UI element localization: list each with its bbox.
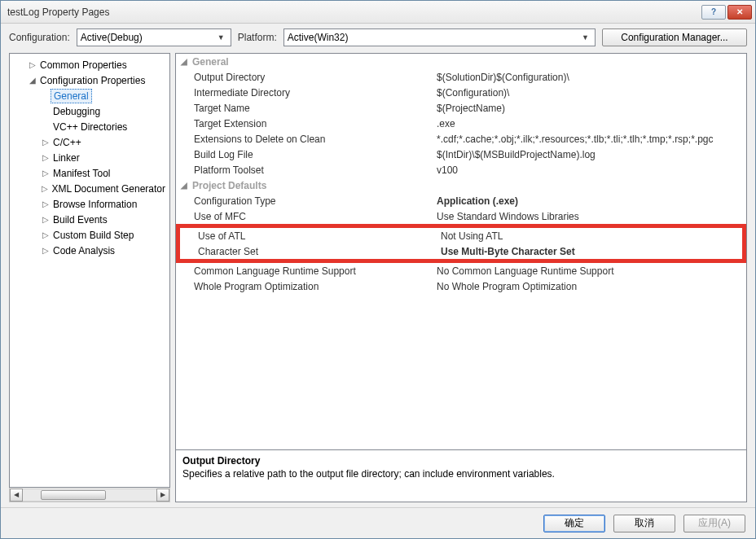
expand-icon: ▷ — [41, 184, 49, 193]
platform-combo[interactable]: Active(Win32) ▼ — [284, 28, 596, 46]
platform-label: Platform: — [238, 32, 277, 43]
expand-icon: ▷ — [41, 246, 51, 255]
tree-item-label: Debugging — [51, 105, 103, 118]
tree-item[interactable]: ▷Linker — [11, 150, 168, 165]
property-name: Use of ATL — [180, 230, 441, 242]
right-panel: ◢GeneralOutput Directory$(SolutionDir)$(… — [175, 53, 747, 502]
property-value[interactable]: v100 — [437, 164, 746, 176]
property-name: Configuration Type — [176, 195, 437, 207]
collapse-icon: ◢ — [181, 57, 191, 66]
property-row[interactable]: Target Extension.exe — [176, 116, 746, 131]
expand-icon: ◢ — [28, 76, 37, 85]
tree-item-label: Linker — [51, 151, 82, 164]
category-tree[interactable]: ▷Common Properties◢Configuration Propert… — [9, 53, 170, 488]
expand-icon: ▷ — [41, 230, 51, 239]
property-value[interactable]: Use Multi-Byte Character Set — [441, 246, 742, 257]
collapse-icon: ◢ — [181, 181, 191, 190]
chevron-down-icon: ▼ — [579, 33, 591, 42]
tree-item-label: Common Properties — [37, 59, 130, 72]
property-name: Common Language Runtime Support — [176, 265, 437, 277]
expand-icon: ▷ — [41, 169, 51, 177]
scroll-thumb[interactable] — [41, 490, 106, 500]
property-value[interactable]: Use Standard Windows Libraries — [437, 211, 746, 222]
tree-item[interactable]: ▷Common Properties — [11, 57, 168, 72]
property-value[interactable]: .exe — [437, 118, 746, 129]
description-heading: Output Directory — [182, 455, 740, 467]
window-title: testLog Property Pages — [7, 7, 700, 18]
configuration-label: Configuration: — [9, 32, 70, 43]
scroll-right-icon[interactable]: ▶ — [156, 489, 169, 502]
tree-item[interactable]: ▷Code Analysis — [11, 243, 168, 258]
property-row[interactable]: Whole Program OptimizationNo Whole Progr… — [176, 278, 746, 294]
property-row[interactable]: Use of ATLNot Using ATL — [180, 228, 742, 243]
tree-hscrollbar[interactable]: ◀ ▶ — [9, 488, 170, 502]
tree-item-label: General — [51, 89, 92, 103]
tree-item[interactable]: Debugging — [11, 103, 168, 119]
configuration-combo[interactable]: Active(Debug) ▼ — [77, 28, 231, 46]
property-row[interactable]: Intermediate Directory$(Configuration)\ — [176, 85, 746, 100]
config-bar: Configuration: Active(Debug) ▼ Platform:… — [1, 24, 755, 51]
property-row[interactable]: Extensions to Delete on Clean*.cdf;*.cac… — [176, 131, 746, 147]
property-value[interactable]: *.cdf;*.cache;*.obj;*.ilk;*.resources;*.… — [437, 134, 746, 145]
titlebar: testLog Property Pages ? ✕ — [1, 1, 755, 24]
property-row[interactable]: Character SetUse Multi-Byte Character Se… — [180, 243, 742, 259]
help-button[interactable]: ? — [701, 5, 726, 20]
cancel-button[interactable]: 取消 — [613, 515, 675, 532]
property-value[interactable]: $(IntDir)\$(MSBuildProjectName).log — [437, 149, 746, 160]
description-body: Specifies a relative path to the output … — [182, 468, 740, 480]
property-row[interactable]: Build Log File$(IntDir)\$(MSBuildProject… — [176, 147, 746, 162]
tree-item-label: Manifest Tool — [51, 167, 112, 180]
category-header[interactable]: ◢General — [176, 54, 746, 69]
property-value[interactable]: No Whole Program Optimization — [437, 281, 746, 292]
tree-item[interactable]: ▷Manifest Tool — [11, 165, 168, 181]
scroll-track[interactable] — [23, 489, 156, 502]
property-name: Intermediate Directory — [176, 87, 437, 99]
expand-icon: ▷ — [41, 138, 51, 147]
tree-item[interactable]: General — [11, 88, 168, 103]
expand-icon: ▷ — [41, 199, 51, 208]
scroll-left-icon[interactable]: ◀ — [10, 489, 23, 502]
close-button[interactable]: ✕ — [727, 5, 752, 20]
tree-item[interactable]: ◢Configuration Properties — [11, 72, 168, 88]
tree-item[interactable]: VC++ Directories — [11, 119, 168, 134]
platform-value: Active(Win32) — [288, 32, 349, 43]
apply-button: 应用(A) — [683, 515, 745, 532]
property-value[interactable]: $(SolutionDir)$(Configuration)\ — [437, 72, 746, 83]
tree-item-label: Custom Build Step — [51, 229, 136, 242]
tree-item[interactable]: ▷Build Events — [11, 212, 168, 227]
property-name: Target Extension — [176, 118, 437, 129]
property-value[interactable]: Application (.exe) — [437, 195, 746, 207]
tree-item[interactable]: ▷Custom Build Step — [11, 227, 168, 243]
configuration-manager-button[interactable]: Configuration Manager... — [602, 28, 747, 46]
tree-item[interactable]: ▷C/C++ — [11, 134, 168, 150]
category-header[interactable]: ◢Project Defaults — [176, 177, 746, 193]
property-row[interactable]: Configuration TypeApplication (.exe) — [176, 193, 746, 208]
property-grid[interactable]: ◢GeneralOutput Directory$(SolutionDir)$(… — [175, 53, 747, 450]
property-row[interactable]: Target Name$(ProjectName) — [176, 100, 746, 116]
property-value[interactable]: $(ProjectName) — [437, 103, 746, 114]
ok-button[interactable]: 确定 — [543, 515, 605, 532]
property-value[interactable]: $(Configuration)\ — [437, 87, 746, 99]
property-name: Target Name — [176, 103, 437, 114]
property-value[interactable]: Not Using ATL — [441, 230, 742, 242]
property-value[interactable]: No Common Language Runtime Support — [437, 265, 746, 277]
chevron-down-icon: ▼ — [215, 33, 227, 42]
property-row[interactable]: Use of MFCUse Standard Windows Libraries — [176, 208, 746, 224]
expand-icon: ▷ — [41, 215, 51, 224]
tree-item[interactable]: ▷Browse Information — [11, 196, 168, 212]
property-pages-window: testLog Property Pages ? ✕ Configuration… — [0, 0, 756, 539]
tree-item-label: Build Events — [51, 213, 110, 226]
expand-icon: ▷ — [41, 153, 51, 162]
property-row[interactable]: Common Language Runtime SupportNo Common… — [176, 263, 746, 278]
property-name: Use of MFC — [176, 211, 437, 222]
work-area: ▷Common Properties◢Configuration Propert… — [1, 51, 755, 507]
tree-item[interactable]: ▷XML Document Generator — [11, 181, 168, 196]
property-row[interactable]: Output Directory$(SolutionDir)$(Configur… — [176, 69, 746, 85]
property-name: Output Directory — [176, 72, 437, 83]
property-row[interactable]: Platform Toolsetv100 — [176, 162, 746, 177]
tree-item-label: XML Document Generator — [49, 182, 168, 195]
property-name: Character Set — [180, 246, 441, 257]
description-panel: Output Directory Specifies a relative pa… — [175, 450, 747, 502]
tree-item-label: C/C++ — [51, 136, 84, 149]
property-name: Build Log File — [176, 149, 437, 160]
